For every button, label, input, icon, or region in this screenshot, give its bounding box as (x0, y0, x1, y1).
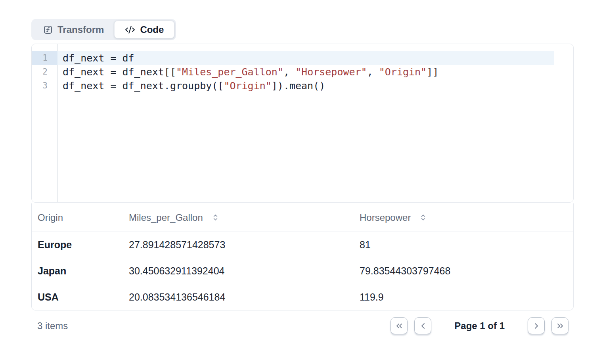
view-tab-bar: Transform Code (31, 19, 176, 40)
cell-horsepower: 119.9 (354, 291, 573, 303)
table-row: Europe27.89142857142857381 (32, 232, 573, 258)
items-count: 3 items (31, 320, 68, 331)
column-header-miles-per-gallon-label: Miles_per_Gallon (129, 212, 203, 223)
result-table: Origin Miles_per_Gallon Horsepower (31, 203, 574, 310)
tab-transform-label: Transform (57, 24, 104, 35)
cell-origin: Japan (32, 265, 123, 277)
column-header-horsepower-label: Horsepower (360, 212, 411, 223)
cell-origin: USA (32, 291, 123, 303)
pagination: Page 1 of 1 (390, 317, 568, 334)
cell-origin: Europe (32, 239, 123, 251)
last-page-button[interactable] (551, 317, 568, 334)
pagination-back-buttons (390, 317, 431, 334)
line-number: 1 (32, 51, 57, 65)
line-number: 2 (32, 65, 57, 79)
code-line: 2df_next = df_next[["Miles_per_Gallon", … (32, 65, 573, 79)
code-editor[interactable]: 1df_next = df2df_next = df_next[["Miles_… (31, 44, 574, 203)
line-number: 3 (32, 79, 57, 93)
chevrons-right-icon (555, 321, 565, 331)
previous-page-button[interactable] (414, 317, 431, 334)
chevron-right-icon (532, 321, 541, 331)
code-text: df_next = df (57, 51, 554, 65)
chevron-left-icon (418, 321, 428, 331)
first-page-button[interactable] (390, 317, 408, 334)
column-header-origin: Origin (32, 212, 123, 223)
transform-widget: Transform Code 1df_next = df2df_next = d… (31, 0, 574, 335)
tab-code-label: Code (140, 24, 164, 35)
table-body: Europe27.89142857142857381Japan30.450632… (32, 232, 573, 310)
chevrons-left-icon (394, 321, 404, 331)
cell-miles-per-gallon: 20.083534136546184 (123, 291, 354, 303)
code-text: df_next = df_next.groupby(["Origin"]).me… (57, 79, 573, 93)
table-footer: 3 items (31, 317, 574, 335)
table-row: Japan30.45063291139240479.83544303797468 (32, 258, 573, 284)
column-header-miles-per-gallon[interactable]: Miles_per_Gallon (123, 212, 354, 223)
tab-transform[interactable]: Transform (33, 21, 114, 38)
cell-horsepower: 79.83544303797468 (354, 265, 573, 277)
table-row: USA20.083534136546184119.9 (32, 284, 573, 310)
cell-horsepower: 81 (354, 239, 573, 251)
chevrons-up-down-icon[interactable] (212, 214, 219, 221)
next-page-button[interactable] (528, 317, 545, 334)
code-line: 3df_next = df_next.groupby(["Origin"]).m… (32, 79, 573, 93)
code-line: 1df_next = df (32, 51, 573, 65)
page-indicator: Page 1 of 1 (454, 320, 505, 331)
code-xml-icon (125, 25, 135, 35)
chevrons-up-down-icon[interactable] (419, 214, 427, 221)
tab-code[interactable]: Code (114, 21, 174, 38)
cell-miles-per-gallon: 27.891428571428573 (123, 239, 354, 251)
code-editor-lines: 1df_next = df2df_next = df_next[["Miles_… (32, 51, 573, 93)
pagination-forward-buttons (528, 317, 568, 334)
column-header-origin-label: Origin (38, 212, 63, 223)
table-header-row: Origin Miles_per_Gallon Horsepower (32, 203, 573, 232)
code-text: df_next = df_next[["Miles_per_Gallon", "… (57, 65, 573, 79)
function-square-icon (43, 25, 53, 34)
cell-miles-per-gallon: 30.450632911392404 (123, 265, 354, 277)
column-header-horsepower[interactable]: Horsepower (354, 212, 573, 223)
